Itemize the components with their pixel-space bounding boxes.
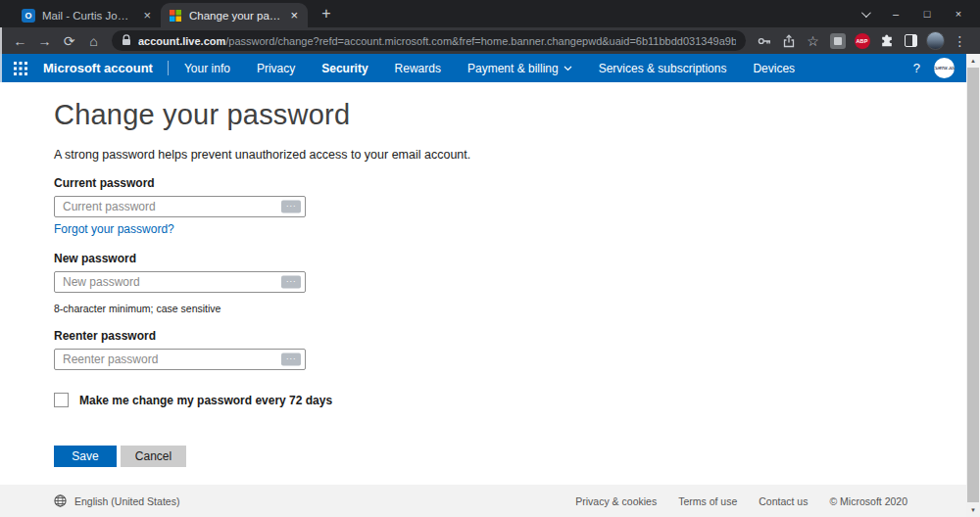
password-reveal-icon[interactable]: ··· [281, 353, 301, 366]
privacy-cookies-link[interactable]: Privacy & cookies [575, 495, 657, 507]
url-text: account.live.com/password/change?refd=ac… [138, 35, 736, 47]
tab-outlook[interactable]: O Mail - Curtis Joe - Outlook × [14, 3, 161, 27]
password-expiry-row: Make me change my password every 72 days [54, 393, 980, 407]
reenter-password-field-wrap: ··· [54, 349, 306, 370]
close-tab-icon[interactable]: × [141, 9, 153, 22]
browser-titlebar: O Mail - Curtis Joe - Outlook × Change y… [0, 0, 980, 27]
forgot-password-link[interactable]: Forgot your password? [54, 222, 174, 236]
language-label: English (United States) [74, 495, 179, 507]
password-expiry-label: Make me change my password every 72 days [79, 394, 332, 407]
maximize-button[interactable]: □ [911, 0, 943, 27]
minimize-button[interactable]: – [880, 0, 911, 27]
chevron-down-icon [564, 66, 572, 71]
nav-item-devices[interactable]: Devices [753, 62, 795, 75]
copyright: © Microsoft 2020 [829, 495, 907, 507]
back-icon[interactable]: ← [8, 28, 32, 53]
url-path: /password/change?refd=account.microsoft.… [225, 35, 736, 47]
browser-toolbar: ← → ⟳ ⌂ account.live.com/password/change… [0, 27, 980, 54]
scroll-up-icon[interactable]: ▲ [966, 54, 980, 68]
new-password-field-wrap: ··· [54, 271, 306, 293]
help-icon[interactable]: ? [913, 61, 920, 75]
globe-icon [54, 494, 67, 507]
extensions-puzzle-icon[interactable] [874, 28, 899, 53]
tab-strip: O Mail - Curtis Joe - Outlook × Change y… [0, 1, 339, 27]
tab-title: Mail - Curtis Joe - Outlook [42, 10, 134, 22]
nav-item-privacy[interactable]: Privacy [257, 62, 295, 75]
password-reveal-icon[interactable]: ··· [281, 276, 301, 289]
navbar-divider [168, 61, 169, 75]
nav-item-payment-billing[interactable]: Payment & billing [467, 62, 572, 75]
form-actions: Save Cancel [54, 446, 980, 467]
nav-item-your-info[interactable]: Your info [184, 62, 230, 75]
browser-window: O Mail - Curtis Joe - Outlook × Change y… [0, 0, 980, 517]
current-password-field-wrap: ··· [54, 196, 306, 217]
outlook-favicon-icon: O [22, 9, 35, 23]
nav-item-rewards[interactable]: Rewards [395, 62, 441, 75]
microsoft-account-navbar: Microsoft account Your info Privacy Secu… [0, 54, 980, 82]
save-button[interactable]: Save [54, 446, 117, 467]
extension-generic-icon[interactable] [825, 28, 850, 53]
window-edge [0, 27, 2, 82]
scroll-down-icon[interactable]: ▼ [966, 503, 980, 517]
language-selector[interactable]: English (United States) [54, 494, 179, 507]
home-icon[interactable]: ⌂ [81, 28, 106, 53]
cancel-button[interactable]: Cancel [121, 446, 186, 467]
current-password-label: Current password [54, 176, 980, 190]
nav-item-security[interactable]: Security [321, 62, 368, 75]
brand-title[interactable]: Microsoft account [43, 61, 153, 75]
terms-of-use-link[interactable]: Terms of use [678, 495, 737, 507]
app-launcher-icon[interactable] [8, 54, 33, 82]
reenter-password-label: Reenter password [54, 329, 980, 343]
contact-us-link[interactable]: Contact us [759, 495, 808, 507]
change-password-page: Change your password A strong password h… [0, 82, 980, 485]
browser-menu-icon[interactable]: ⋮ [948, 28, 972, 53]
password-expiry-checkbox[interactable] [54, 393, 69, 407]
footer-links: Privacy & cookies Terms of use Contact u… [575, 495, 907, 507]
account-avatar[interactable]: CURTIS JOE [934, 58, 955, 78]
current-password-input[interactable] [54, 196, 306, 217]
nav-item-services-subscriptions[interactable]: Services & subscriptions [599, 62, 727, 75]
url-domain: account.live.com [138, 35, 225, 47]
new-tab-button[interactable]: + [314, 1, 339, 26]
reload-icon[interactable]: ⟳ [57, 28, 81, 53]
share-icon[interactable] [776, 28, 801, 53]
page-subtitle: A strong password helps prevent unauthor… [54, 148, 980, 162]
page-footer: English (United States) Privacy & cookie… [0, 485, 980, 517]
lock-icon [122, 32, 131, 50]
password-hint: 8-character minimum; case sensitive [54, 303, 980, 314]
adblock-extension-icon[interactable]: ABP [850, 28, 874, 53]
profile-avatar[interactable] [923, 28, 948, 53]
close-window-button[interactable]: × [943, 0, 974, 27]
scrollbar-thumb[interactable] [967, 68, 979, 502]
close-tab-icon[interactable]: × [288, 9, 300, 22]
window-controls: – □ × [849, 0, 974, 27]
page-title: Change your password [54, 99, 980, 131]
password-key-icon[interactable] [752, 28, 776, 53]
reenter-password-input[interactable] [54, 349, 306, 370]
address-bar[interactable]: account.live.com/password/change?refd=ac… [112, 30, 746, 51]
microsoft-favicon-icon [169, 9, 182, 23]
tab-title: Change your password [189, 10, 281, 22]
forward-icon[interactable]: → [32, 28, 57, 53]
tab-search-icon[interactable] [849, 0, 880, 27]
new-password-label: New password [54, 252, 980, 265]
tab-change-password[interactable]: Change your password × [161, 3, 308, 27]
new-password-input[interactable] [54, 271, 306, 293]
page-scrollbar[interactable]: ▲ ▼ [966, 54, 980, 517]
password-reveal-icon[interactable]: ··· [281, 201, 301, 213]
side-panel-icon[interactable] [899, 28, 923, 53]
bookmark-star-icon[interactable]: ☆ [801, 28, 825, 53]
